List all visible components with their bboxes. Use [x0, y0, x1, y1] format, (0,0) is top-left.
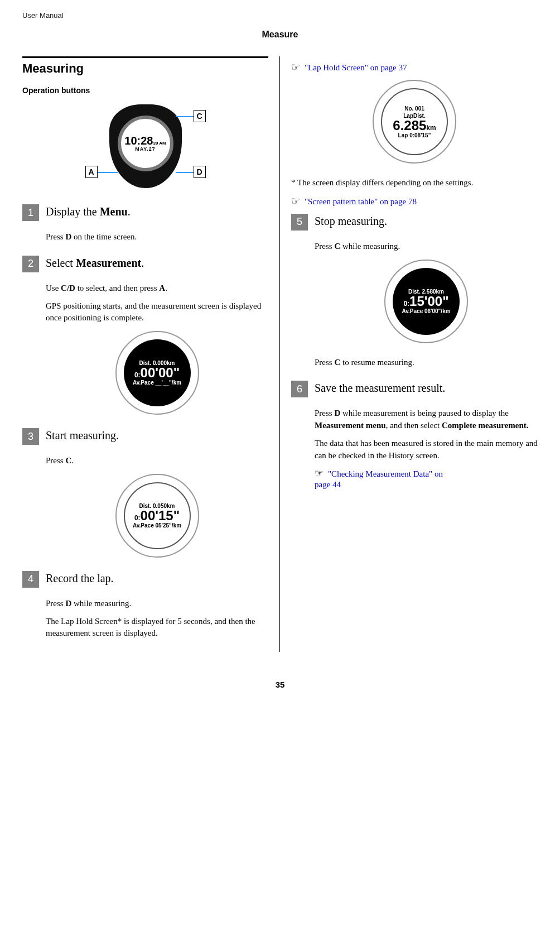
watch-pace: Av.Pace __'__"/km — [133, 380, 181, 386]
watch-date: MAY.27 — [135, 146, 156, 152]
step-title: Save the measurement result. — [315, 381, 445, 395]
lap-dist-value: 6.285km — [393, 119, 436, 132]
step-1: 1 Display the Menu. Press D on the time … — [46, 204, 268, 243]
watch-main-time: 0:15'00" — [403, 295, 448, 308]
watch-main-time: 0:00'15" — [134, 509, 180, 522]
step-5: 5 Stop measuring. Press C while measurin… — [315, 214, 538, 369]
column-left: Measuring Operation buttons 10:2839 AM M… — [22, 56, 280, 652]
hand-icon: ☞ — [291, 195, 300, 207]
step-2: 2 Select Measurement. Use C/D to select,… — [46, 256, 268, 415]
watch-face: 10:2839 AM MAY.27 — [118, 116, 173, 171]
step-body: Press C to resume measuring. — [315, 357, 538, 369]
hand-icon: ☞ — [291, 61, 300, 73]
step-number: 6 — [291, 381, 308, 397]
watch-pace: Av.Pace 06'00"/km — [402, 308, 450, 314]
step-title: Record the lap. — [46, 571, 114, 585]
subheading-operation-buttons: Operation buttons — [22, 86, 268, 95]
figure-lap-hold: No. 001 LapDist. 6.285km Lap 0:08'15" — [291, 80, 538, 164]
xref-lap-hold[interactable]: ☞ "Lap Hold Screen" on page 37 — [291, 61, 538, 73]
step-body: Press D on the time screen. — [46, 231, 268, 243]
figure-operation-buttons: 10:2839 AM MAY.27 A C D — [22, 102, 268, 191]
column-right: ☞ "Lap Hold Screen" on page 37 No. 001 L… — [280, 56, 538, 652]
step-number: 2 — [22, 256, 39, 272]
page-number: 35 — [22, 680, 538, 689]
section-header: Measure — [22, 30, 538, 40]
xref-screen-pattern[interactable]: ☞ "Screen pattern table" on page 78 — [291, 195, 538, 207]
step-body: Press C while measuring. — [315, 241, 538, 253]
step-body: Press D while measuring. The Lap Hold Sc… — [46, 598, 268, 640]
step-4: 4 Record the lap. Press D while measurin… — [46, 571, 268, 640]
step-number: 5 — [291, 214, 308, 231]
button-label-c: C — [194, 110, 206, 122]
step-title: Display the Menu. — [46, 204, 131, 219]
leader-line — [98, 172, 118, 173]
step-number: 4 — [22, 571, 39, 588]
lap-time: Lap 0:08'15" — [398, 132, 431, 138]
figure-watch-stopped: Dist. 2.580km 0:15'00" Av.Pace 06'00"/km — [315, 260, 538, 343]
figure-watch-running: Dist. 0.050km 0:00'15" Av.Pace 05'25"/km — [46, 474, 268, 558]
step-number: 1 — [22, 204, 39, 221]
step-6: 6 Save the measurement result. Press D w… — [315, 381, 538, 489]
doc-label: User Manual — [22, 11, 538, 20]
step-3: 3 Start measuring. Press C. Dist. 0.050k… — [46, 428, 268, 558]
button-label-a: A — [85, 166, 98, 178]
lap-number: No. 001 — [404, 105, 424, 112]
watch-main-time: 0:00'00" — [134, 366, 180, 380]
step-title: Stop measuring. — [315, 214, 387, 228]
step-body: Press C. — [46, 455, 268, 467]
step-body: Use C/D to select, and then press A. GPS… — [46, 282, 268, 324]
section-title: Measuring — [22, 61, 268, 76]
step-body: Press D while measurement is being pause… — [315, 407, 538, 489]
two-column-layout: Measuring Operation buttons 10:2839 AM M… — [22, 56, 538, 652]
watch-pace: Av.Pace 05'25"/km — [133, 522, 181, 529]
watch-time: 10:2839 AM — [124, 135, 166, 146]
step-number: 3 — [22, 428, 39, 445]
section-rule — [22, 56, 268, 58]
leader-line — [176, 116, 194, 117]
button-label-d: D — [194, 166, 206, 178]
step-title: Select Measurement. — [46, 256, 144, 270]
hand-icon: ☞ — [315, 467, 324, 479]
xref-checking-data[interactable]: ☞ "Checking Measurement Data" on page 44 — [315, 467, 538, 489]
footnote: * The screen display differs depending o… — [291, 177, 538, 189]
figure-watch-zero: Dist. 0.000km 0:00'00" Av.Pace __'__"/km — [46, 331, 268, 415]
step-title: Start measuring. — [46, 428, 119, 443]
leader-line — [176, 172, 194, 173]
